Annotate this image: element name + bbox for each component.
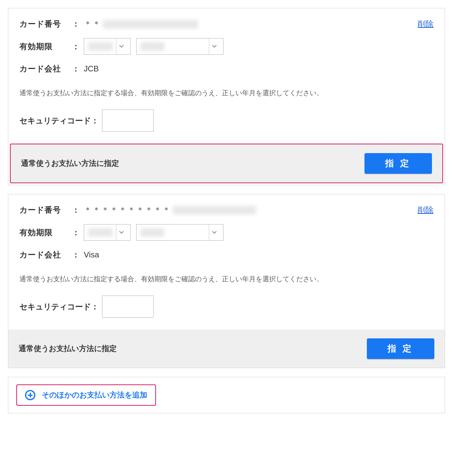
expiry-note: 通常使うお支払い方法に指定する場合、有効期限をご確認のうえ、正しい年月を選択して… xyxy=(19,88,434,98)
company-label: カード会社 xyxy=(19,250,72,260)
security-code-row: セキュリティコード ： xyxy=(19,296,434,318)
card-number-hidden xyxy=(103,20,198,29)
add-payment-button[interactable]: そのほかのお支払い方法を追加 xyxy=(16,384,156,406)
add-payment-box: そのほかのお支払い方法を追加 xyxy=(8,377,445,413)
plus-circle-icon xyxy=(25,390,35,400)
chevron-down-icon xyxy=(116,225,126,240)
card-number-row: カード番号 ： ＊＊＊＊＊＊＊＊＊＊ xyxy=(19,205,434,215)
default-payment-bar: 通常使うお支払い方法に指定 指定 xyxy=(8,330,445,368)
add-payment-label: そのほかのお支払い方法を追加 xyxy=(42,390,147,400)
chevron-down-icon xyxy=(209,225,219,240)
security-code-label: セキュリティコード xyxy=(19,115,91,126)
company-row: カード会社 ： JCB xyxy=(19,63,434,74)
expiry-note: 通常使うお支払い方法に指定する場合、有効期限をご確認のうえ、正しい年月を選択して… xyxy=(19,274,434,284)
delete-link[interactable]: 削除 xyxy=(418,19,434,29)
payment-card-1: 削除 カード番号 ： ＊＊ 有効期限 ： xyxy=(8,8,445,185)
card-number-hidden xyxy=(173,206,256,215)
card-number-row: カード番号 ： ＊＊ xyxy=(19,19,434,29)
security-code-input[interactable] xyxy=(102,109,154,132)
default-payment-bar: 通常使うお支払い方法に指定 指定 xyxy=(10,144,443,183)
card-body: 削除 カード番号 ： ＊＊ 有効期限 ： xyxy=(8,8,445,144)
company-row: カード会社 ： Visa xyxy=(19,250,434,260)
payment-card-2: 削除 カード番号 ： ＊＊＊＊＊＊＊＊＊＊ 有効期限 ： xyxy=(8,194,445,368)
assign-button[interactable]: 指定 xyxy=(364,153,432,174)
delete-link[interactable]: 削除 xyxy=(418,205,434,215)
chevron-down-icon xyxy=(116,38,126,54)
expiry-month-select[interactable] xyxy=(84,38,131,55)
company-value: Visa xyxy=(84,250,99,259)
expiry-label: 有効期限 xyxy=(19,227,72,238)
security-code-input[interactable] xyxy=(102,296,154,318)
expiry-year-select[interactable] xyxy=(136,38,224,55)
card-number-mask: ＊＊＊＊＊＊＊＊＊＊ xyxy=(84,205,171,215)
security-code-label: セキュリティコード xyxy=(19,301,91,312)
chevron-down-icon xyxy=(209,38,219,54)
default-payment-label: 通常使うお支払い方法に指定 xyxy=(19,344,117,354)
company-label: カード会社 xyxy=(19,63,72,74)
card-number-label: カード番号 xyxy=(19,205,72,215)
security-code-row: セキュリティコード ： xyxy=(19,109,434,132)
expiry-row: 有効期限 ： xyxy=(19,38,434,55)
expiry-row: 有効期限 ： xyxy=(19,224,434,241)
card-number-label: カード番号 xyxy=(19,19,72,29)
assign-button[interactable]: 指定 xyxy=(367,338,434,359)
default-payment-label: 通常使うお支払い方法に指定 xyxy=(21,158,119,169)
card-body: 削除 カード番号 ： ＊＊＊＊＊＊＊＊＊＊ 有効期限 ： xyxy=(8,194,445,330)
expiry-month-select[interactable] xyxy=(84,224,131,241)
expiry-year-select[interactable] xyxy=(136,224,224,241)
card-number-mask: ＊＊ xyxy=(84,19,101,29)
company-value: JCB xyxy=(84,64,99,73)
expiry-label: 有効期限 xyxy=(19,41,72,52)
